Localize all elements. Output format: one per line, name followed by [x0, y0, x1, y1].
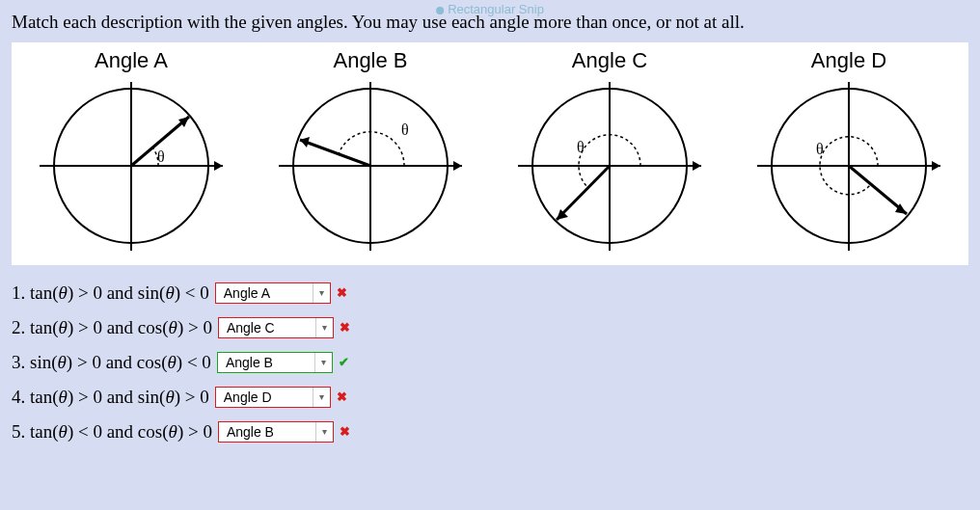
answer-select-value: Angle D — [216, 389, 313, 405]
question-row-3: 3. sin(θ) > 0 and cos(θ) < 0Angle B▾✔ — [12, 352, 968, 373]
answer-select[interactable]: Angle B▾ — [218, 421, 334, 443]
angle-c-column: Angle C θ — [513, 48, 706, 255]
question-row-1: 1. tan(θ) > 0 and sin(θ) < 0Angle A▾✖ — [12, 282, 968, 304]
check-icon: ✔ — [339, 355, 349, 370]
theta-label: θ — [816, 141, 824, 157]
angles-panel: Angle A θ Angle B — [12, 42, 968, 265]
theta-label: θ — [157, 148, 165, 165]
x-icon: ✖ — [337, 285, 347, 301]
questions-list: 1. tan(θ) > 0 and sin(θ) < 0Angle A▾✖2. … — [12, 282, 968, 443]
question-text: 1. tan(θ) > 0 and sin(θ) < 0 — [12, 282, 209, 304]
answer-select[interactable]: Angle A▾ — [215, 282, 331, 304]
answer-select-value: Angle B — [218, 355, 314, 370]
question-row-2: 2. tan(θ) > 0 and cos(θ) > 0Angle C▾✖ — [12, 317, 968, 338]
answer-select-value: Angle B — [219, 424, 315, 440]
angle-b-column: Angle B θ — [274, 48, 467, 255]
x-icon: ✖ — [340, 320, 350, 336]
instruction-text: Match each description with the given an… — [12, 12, 968, 33]
chevron-down-icon: ▾ — [315, 318, 333, 337]
svg-marker-20 — [932, 161, 940, 171]
chevron-down-icon: ▾ — [315, 422, 333, 442]
question-row-5: 5. tan(θ) < 0 and cos(θ) > 0Angle B▾✖ — [12, 421, 968, 443]
angle-d-title: Angle D — [752, 48, 945, 73]
question-text: 5. tan(θ) < 0 and cos(θ) > 0 — [12, 421, 212, 443]
angle-b-title: Angle B — [274, 48, 467, 73]
angle-b-diagram: θ — [274, 77, 467, 255]
question-text: 4. tan(θ) > 0 and sin(θ) > 0 — [12, 387, 209, 408]
angle-a-column: Angle A θ — [35, 48, 228, 255]
answer-select[interactable]: Angle C▾ — [218, 317, 334, 338]
svg-marker-14 — [693, 161, 701, 171]
theta-label: θ — [401, 121, 409, 138]
svg-line-22 — [849, 166, 907, 214]
angle-c-diagram: θ — [513, 77, 706, 255]
question-text: 2. tan(θ) > 0 and cos(θ) > 0 — [12, 317, 212, 338]
answer-select[interactable]: Angle D▾ — [215, 387, 331, 408]
answer-select[interactable]: Angle B▾ — [217, 352, 333, 373]
angle-a-diagram: θ — [35, 77, 228, 255]
svg-line-16 — [557, 166, 610, 220]
svg-line-10 — [300, 140, 370, 166]
angle-a-title: Angle A — [35, 48, 228, 73]
theta-label: θ — [577, 139, 585, 155]
angle-c-title: Angle C — [513, 48, 706, 73]
answer-select-value: Angle A — [216, 285, 313, 301]
x-icon: ✖ — [340, 424, 350, 440]
chevron-down-icon: ▾ — [313, 388, 330, 407]
angle-d-column: Angle D θ — [752, 48, 945, 255]
angle-d-diagram: θ — [752, 77, 945, 255]
svg-marker-8 — [453, 161, 462, 171]
chevron-down-icon: ▾ — [314, 353, 332, 372]
question-text: 3. sin(θ) > 0 and cos(θ) < 0 — [12, 352, 211, 373]
question-row-4: 4. tan(θ) > 0 and sin(θ) > 0Angle D▾✖ — [12, 387, 968, 408]
x-icon: ✖ — [337, 389, 347, 405]
svg-marker-2 — [214, 161, 223, 171]
svg-marker-11 — [300, 137, 310, 148]
chevron-down-icon: ▾ — [313, 283, 330, 303]
answer-select-value: Angle C — [219, 320, 315, 336]
